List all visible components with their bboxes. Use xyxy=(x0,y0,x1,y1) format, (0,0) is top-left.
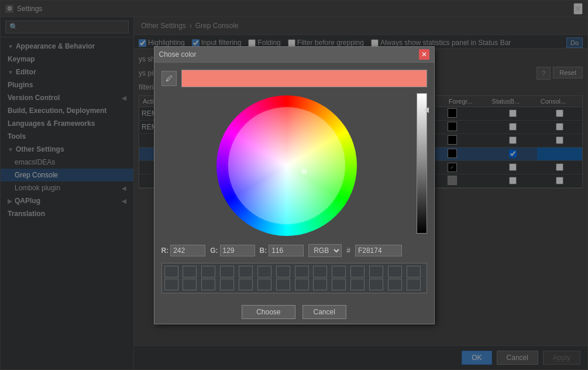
swatch-cell[interactable] xyxy=(276,279,290,290)
g-input[interactable] xyxy=(220,245,255,256)
slider-handle xyxy=(424,107,429,113)
color-wheel-wrapper[interactable] xyxy=(161,93,412,238)
dialog-close-button[interactable]: ✕ xyxy=(419,49,429,60)
r-input[interactable] xyxy=(170,245,205,256)
swatch-cell[interactable] xyxy=(313,279,327,290)
swatch-cell[interactable] xyxy=(407,266,421,278)
swatch-cell[interactable] xyxy=(164,266,178,278)
swatch-cell[interactable] xyxy=(239,266,253,278)
swatch-cell[interactable] xyxy=(201,266,215,278)
swatch-cell[interactable] xyxy=(388,279,402,290)
swatch-cell[interactable] xyxy=(350,266,365,278)
dialog-title: Chose color xyxy=(159,50,197,59)
color-wheel-svg[interactable] xyxy=(216,95,357,236)
g-field: G: xyxy=(210,245,255,256)
swatch-cell[interactable] xyxy=(201,279,215,290)
swatch-cell[interactable] xyxy=(295,279,309,290)
b-input[interactable] xyxy=(269,245,304,256)
swatch-cell[interactable] xyxy=(220,279,234,290)
dialog-buttons: Choose Cancel xyxy=(154,300,434,324)
swatch-cell[interactable] xyxy=(369,279,383,290)
r-label: R: xyxy=(161,246,169,255)
swatch-cell[interactable] xyxy=(164,279,178,290)
swatch-cell[interactable] xyxy=(239,279,253,290)
swatches-grid xyxy=(161,263,427,293)
dialog-overlay: Chose color ✕ 🖊 xyxy=(0,0,588,370)
swatch-cell[interactable] xyxy=(350,279,365,290)
swatch-cell[interactable] xyxy=(388,266,402,278)
hex-input[interactable] xyxy=(355,245,402,256)
hex-label: # xyxy=(346,246,350,255)
swatch-cell[interactable] xyxy=(276,266,290,278)
color-wheel-container xyxy=(161,93,427,238)
swatch-cell[interactable] xyxy=(295,266,309,278)
dialog-body: 🖊 xyxy=(154,63,434,300)
swatch-cell[interactable] xyxy=(332,279,346,290)
color-swatch-preview xyxy=(181,70,427,87)
dialog-title-bar: Chose color ✕ xyxy=(154,47,434,63)
color-preview-row: 🖊 xyxy=(161,70,427,87)
swatch-cell[interactable] xyxy=(313,266,327,278)
swatch-cell[interactable] xyxy=(183,279,197,290)
swatch-cell[interactable] xyxy=(332,266,346,278)
r-field: R: xyxy=(161,245,206,256)
eyedropper-icon: 🖊 xyxy=(166,74,173,83)
color-mode-select[interactable]: RGB HSB HSL xyxy=(308,244,342,257)
swatch-cell[interactable] xyxy=(257,279,271,290)
swatch-cell[interactable] xyxy=(183,266,197,278)
choose-button[interactable]: Choose xyxy=(242,305,295,319)
eyedropper-button[interactable]: 🖊 xyxy=(161,71,177,86)
svg-point-2 xyxy=(225,104,348,227)
swatch-cell[interactable] xyxy=(220,266,234,278)
swatch-cell[interactable] xyxy=(369,266,383,278)
rgb-inputs: R: G: B: RGB HSB HSL # xyxy=(161,244,427,257)
brightness-slider[interactable] xyxy=(417,93,427,234)
g-label: G: xyxy=(210,246,218,255)
dialog-cancel-button[interactable]: Cancel xyxy=(302,305,346,319)
b-field: B: xyxy=(260,245,304,256)
swatch-cell[interactable] xyxy=(407,279,421,290)
b-label: B: xyxy=(260,246,267,255)
swatch-cell[interactable] xyxy=(257,266,271,278)
color-picker-dialog: Chose color ✕ 🖊 xyxy=(154,46,435,324)
